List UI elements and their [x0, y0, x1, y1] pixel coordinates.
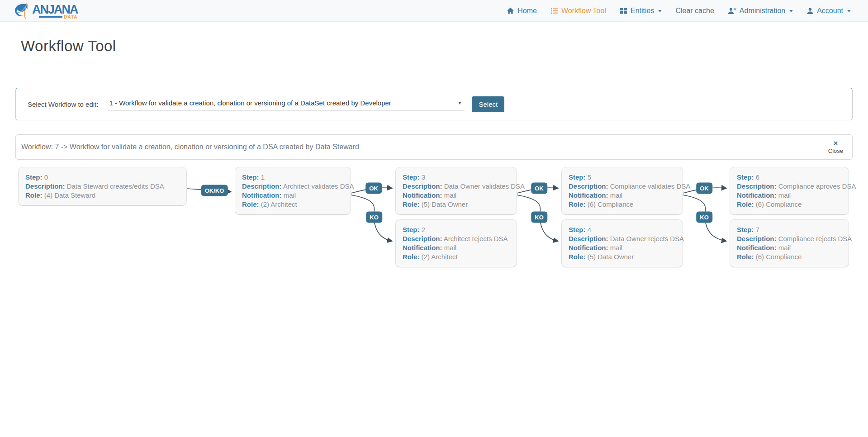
role-label: Role: [242, 200, 259, 208]
nav-item-administration[interactable]: Administration [728, 7, 793, 15]
description-label: Description: [569, 182, 608, 190]
nav-label-clear-cache: Clear cache [675, 7, 714, 15]
notification-label: Notification: [569, 191, 608, 199]
step-value: 2 [422, 226, 425, 233]
connector-badge-okko: OK/KO [201, 185, 228, 196]
role-label: Role: [25, 191, 43, 199]
home-icon [507, 7, 514, 14]
description-label: Description: [25, 182, 65, 190]
description-label: Description: [737, 182, 777, 190]
description-value: Architect validates DSA [283, 182, 354, 190]
nav-item-workflow-tool[interactable]: Workflow Tool [550, 7, 606, 15]
notification-value: mail [610, 244, 623, 252]
step-value: 7 [756, 226, 759, 233]
step-label: Step: [569, 173, 586, 181]
description-label: Description: [737, 235, 777, 242]
role-label: Role: [737, 253, 754, 261]
notification-value: mail [778, 191, 791, 199]
step-value: 5 [588, 173, 591, 181]
notification-label: Notification: [403, 191, 442, 199]
step-label: Step: [569, 226, 586, 233]
select-workflow-label: Select Workflow to edit: [28, 100, 98, 108]
role-value: (2) Architect [422, 253, 458, 261]
description-value: Data Owner rejects DSA [610, 235, 684, 242]
workflow-select-value: 1 - Workflow for validate a creation, cl… [109, 99, 391, 107]
workflow-header-panel: Workflow: 7 -> Workflow for validate a c… [15, 134, 853, 160]
step-label: Step: [403, 173, 420, 181]
notification-value: mail [778, 244, 791, 252]
step-label: Step: [25, 173, 43, 181]
description-value: Data Owner validates DSA [444, 182, 525, 190]
anjana-logo-icon [13, 2, 31, 20]
list-icon [550, 7, 558, 14]
select-button[interactable]: Select [472, 96, 504, 112]
workflow-step-card-3: Step: 3 Description: Data Owner validate… [395, 167, 517, 215]
close-button[interactable]: × Close [825, 139, 846, 155]
description-label: Description: [403, 182, 442, 190]
step-value: 6 [756, 173, 759, 181]
description-label: Description: [242, 182, 282, 190]
connector-badge-ko: KO [531, 212, 547, 223]
role-value: (4) Data Steward [44, 191, 95, 199]
notification-value: mail [444, 244, 457, 252]
role-value: (5) Data Owner [422, 200, 468, 208]
diagram-bottom-divider [18, 273, 849, 273]
nav-item-account[interactable]: Account [806, 7, 851, 15]
nav-item-entities[interactable]: Entities [620, 7, 662, 15]
workflow-step-card-7: Step: 7 Description: Compliance rejects … [730, 219, 849, 267]
workflow-step-card-6: Step: 6 Description: Compliance aproves … [730, 167, 849, 215]
nav-label-workflow-tool: Workflow Tool [561, 7, 606, 15]
description-value: Compliance validates DSA [610, 182, 691, 190]
role-label: Role: [403, 200, 420, 208]
step-label: Step: [737, 173, 754, 181]
workflow-diagram: Step: 0 Description: Data Steward create… [15, 167, 853, 276]
workflow-step-card-1: Step: 1 Description: Architect validates… [235, 167, 351, 215]
step-label: Step: [403, 226, 420, 233]
role-value: (2) Architect [261, 200, 297, 208]
workflow-step-card-2: Step: 2 Description: Architect rejects D… [395, 219, 517, 267]
description-value: Data Steward creates/edits DSA [67, 182, 164, 190]
workflow-select[interactable]: 1 - Workflow for validate a creation, cl… [108, 98, 465, 110]
description-value: Compliance aproves DSA [778, 182, 856, 190]
step-value: 1 [261, 173, 265, 181]
workflow-step-card-5: Step: 5 Description: Compliance validate… [561, 167, 683, 215]
step-label: Step: [737, 226, 754, 233]
close-icon: × [834, 140, 838, 147]
chevron-down-icon [789, 10, 793, 12]
role-label: Role: [403, 253, 420, 261]
nav-label-entities: Entities [631, 7, 654, 15]
connector-badge-ko: KO [366, 212, 382, 223]
workflow-step-card-4: Step: 4 Description: Data Owner rejects … [561, 219, 683, 267]
role-label: Role: [569, 200, 586, 208]
role-value: (6) Compliance [588, 200, 634, 208]
nav-item-home[interactable]: Home [507, 7, 537, 15]
grid-icon [620, 7, 627, 14]
role-label: Role: [737, 200, 754, 208]
nav-label-home: Home [517, 7, 537, 15]
nav-item-clear-cache[interactable]: Clear cache [675, 7, 714, 15]
select-caret-icon: ▼ [458, 100, 462, 105]
main-content: Workflow Tool Select Workflow to edit: 1… [0, 37, 868, 276]
nav-menu: Home Workflow Tool Entities [507, 7, 851, 15]
notification-value: mail [284, 191, 296, 199]
user-plus-icon [728, 7, 736, 14]
role-value: (6) Compliance [756, 200, 802, 208]
workflow-selector-panel: Select Workflow to edit: 1 - Workflow fo… [15, 88, 853, 120]
description-value: Compliance rejects DSA [778, 235, 852, 242]
connector-badge-ko: KO [696, 212, 712, 223]
user-icon [806, 7, 814, 14]
step-label: Step: [242, 173, 259, 181]
description-label: Description: [403, 235, 442, 242]
page-title: Workflow Tool [21, 37, 853, 55]
close-label: Close [828, 147, 843, 154]
notification-label: Notification: [403, 244, 442, 252]
notification-label: Notification: [737, 191, 777, 199]
description-value: Architect rejects DSA [444, 235, 508, 242]
nav-label-administration: Administration [740, 7, 785, 15]
anjana-logo[interactable]: ANJANA DATA [13, 2, 78, 20]
nav-label-account: Account [817, 7, 843, 15]
chevron-down-icon [658, 10, 662, 12]
role-value: (5) Data Owner [588, 253, 634, 261]
chevron-down-icon [847, 10, 851, 12]
connector-badge-ok: OK [365, 183, 382, 194]
